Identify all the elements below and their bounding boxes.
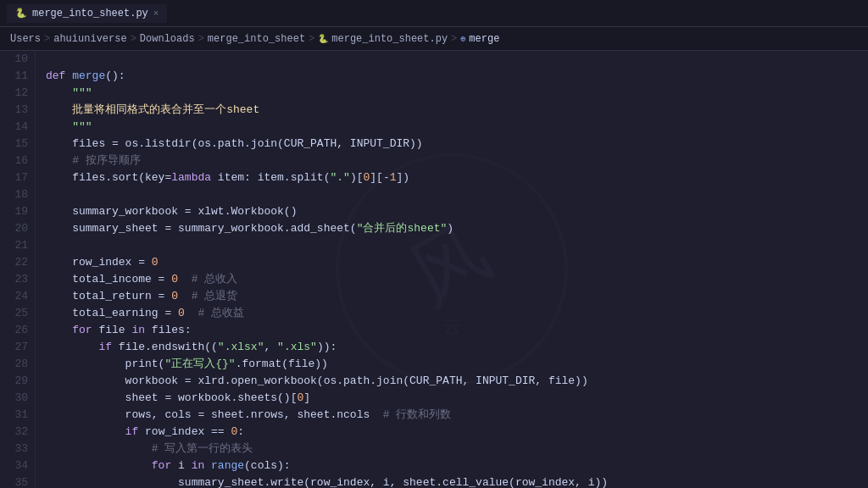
breadcrumb-filename[interactable]: merge_into_sheet.py xyxy=(331,33,448,45)
line-num-32: 32 xyxy=(3,424,28,441)
code-line-33: # 写入第一行的表头 xyxy=(46,441,868,458)
breadcrumb-function[interactable]: merge xyxy=(469,33,499,45)
python-breadcrumb-icon: 🐍 xyxy=(318,34,328,44)
breadcrumb-sep-4: > xyxy=(309,33,314,45)
line-num-35: 35 xyxy=(3,474,28,488)
breadcrumb-merge-into-sheet[interactable]: merge_into_sheet xyxy=(208,33,305,45)
line-num-22: 22 xyxy=(3,254,28,271)
code-line-29: workbook = xlrd.open_workbook(os.path.jo… xyxy=(46,373,868,390)
code-line-11: def merge(): xyxy=(46,68,868,85)
close-tab-icon[interactable]: × xyxy=(153,8,159,19)
title-bar: 🐍 merge_into_sheet.py × xyxy=(0,0,868,27)
breadcrumb-downloads[interactable]: Downloads xyxy=(140,33,195,45)
line-num-29: 29 xyxy=(3,373,28,390)
function-breadcrumb-icon: ⊕ xyxy=(460,34,465,44)
line-num-23: 23 xyxy=(3,271,28,288)
line-num-33: 33 xyxy=(3,441,28,458)
line-num-13: 13 xyxy=(3,102,28,119)
line-num-26: 26 xyxy=(3,322,28,339)
line-num-17: 17 xyxy=(3,169,28,186)
code-line-19: summary_workbook = xlwt.Workbook() xyxy=(46,203,868,220)
code-line-31: rows, cols = sheet.nrows, sheet.ncols # … xyxy=(46,407,868,424)
line-num-12: 12 xyxy=(3,85,28,102)
line-num-18: 18 xyxy=(3,186,28,203)
breadcrumb-sep-1: > xyxy=(44,33,50,45)
breadcrumb-users[interactable]: Users xyxy=(10,33,41,45)
line-num-14: 14 xyxy=(3,119,28,136)
code-line-13: 批量将相同格式的表合并至一个sheet xyxy=(46,102,868,119)
code-line-35: summary_sheet.write(row_index, i, sheet.… xyxy=(46,474,868,488)
code-line-14: """ xyxy=(46,119,868,136)
line-num-28: 28 xyxy=(3,356,28,373)
code-line-23: total_income = 0 # 总收入 xyxy=(46,271,868,288)
editor-tab[interactable]: 🐍 merge_into_sheet.py × xyxy=(7,4,167,23)
code-line-26: for file in files: xyxy=(46,322,868,339)
code-content[interactable]: 风 云 def merge(): """ 批量将相同格式的表合并至一个sheet… xyxy=(36,51,868,488)
breadcrumb-sep-3: > xyxy=(198,33,204,45)
code-line-30: sheet = workbook.sheets()[0] xyxy=(46,390,868,407)
tab-filename: merge_into_sheet.py xyxy=(32,8,148,19)
code-line-12: """ xyxy=(46,85,868,102)
breadcrumb-sep-2: > xyxy=(131,33,136,45)
python-file-icon: 🐍 xyxy=(15,8,27,19)
code-line-21 xyxy=(46,237,868,254)
code-line-15: files = os.listdir(os.path.join(CUR_PATH… xyxy=(46,136,868,152)
line-num-20: 20 xyxy=(3,220,28,237)
code-line-24: total_return = 0 # 总退货 xyxy=(46,288,868,305)
code-line-16: # 按序导顺序 xyxy=(46,152,868,169)
line-num-27: 27 xyxy=(3,339,28,356)
line-num-30: 30 xyxy=(3,390,28,407)
line-num-11: 11 xyxy=(3,68,28,85)
code-line-18 xyxy=(46,186,868,203)
code-line-34: for i in range(cols): xyxy=(46,458,868,474)
line-num-25: 25 xyxy=(3,305,28,322)
line-num-16: 16 xyxy=(3,152,28,169)
breadcrumb: Users > ahuiuniverse > Downloads > merge… xyxy=(0,27,868,51)
breadcrumb-ahuiuniverse[interactable]: ahuiuniverse xyxy=(53,33,126,45)
code-line-17: files.sort(key=lambda item: item.split("… xyxy=(46,169,868,186)
code-line-32: if row_index == 0: xyxy=(46,424,868,441)
breadcrumb-sep-5: > xyxy=(451,33,457,45)
line-num-15: 15 xyxy=(3,136,28,152)
code-line-20: summary_sheet = summary_workbook.add_she… xyxy=(46,220,868,237)
line-num-10: 10 xyxy=(3,51,28,68)
line-num-34: 34 xyxy=(3,458,28,474)
line-num-21: 21 xyxy=(3,237,28,254)
line-num-19: 19 xyxy=(3,203,28,220)
code-line-28: print("正在写入{}".format(file)) xyxy=(46,356,868,373)
code-line-22: row_index = 0 xyxy=(46,254,868,271)
line-num-24: 24 xyxy=(3,288,28,305)
line-num-31: 31 xyxy=(3,407,28,424)
code-line-25: total_earning = 0 # 总收益 xyxy=(46,305,868,322)
line-numbers-gutter: 10 11 12 13 14 15 16 17 18 19 20 21 22 2… xyxy=(0,51,36,488)
code-line-10 xyxy=(46,51,868,68)
code-line-27: if file.endswith((".xlsx", ".xls")): xyxy=(46,339,868,356)
code-editor: 10 11 12 13 14 15 16 17 18 19 20 21 22 2… xyxy=(0,51,868,488)
